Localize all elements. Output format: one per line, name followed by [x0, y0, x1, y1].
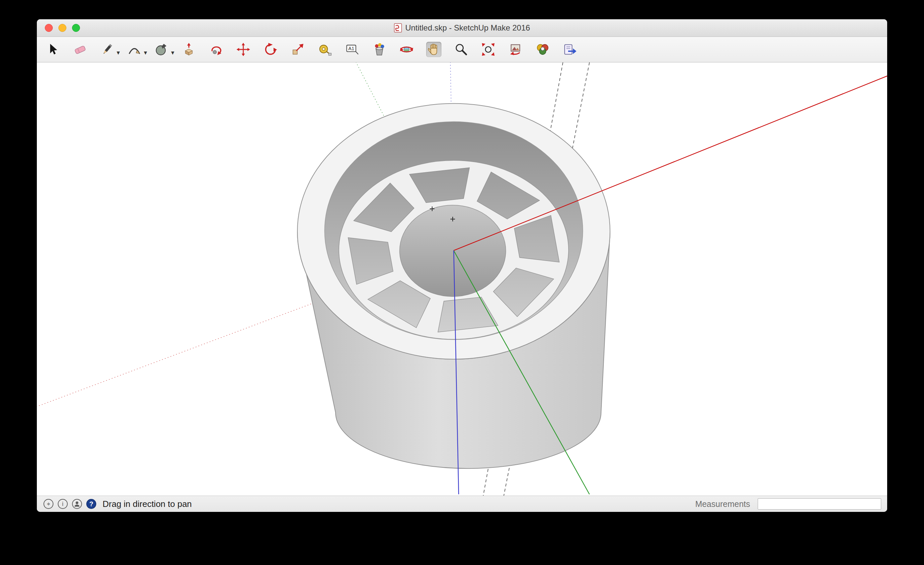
toolbar: ▾ ▾ ▾ [37, 37, 887, 62]
zoom-window-button[interactable] [72, 24, 80, 32]
select-tool-button[interactable] [45, 42, 60, 57]
push-pull-icon [182, 42, 196, 56]
rotate-tool-button[interactable] [263, 42, 278, 57]
shapes-tool-dropdown-caret[interactable]: ▾ [171, 50, 174, 56]
text-tool-button[interactable]: A1 [345, 42, 360, 57]
tape-measure-tool-button[interactable] [317, 42, 333, 57]
rotate-icon [264, 42, 278, 56]
status-message: Drag in direction to pan [102, 499, 192, 509]
zoom-extents-icon [481, 42, 495, 56]
line-tool-button[interactable]: ▾ [100, 42, 115, 57]
select-icon [46, 42, 60, 56]
sign-in-button[interactable] [72, 499, 82, 509]
geolocation-button[interactable]: ⌖ [44, 499, 53, 509]
modeling-canvas[interactable] [37, 62, 887, 496]
move-tool-button[interactable] [236, 42, 251, 57]
get-models-tool-button[interactable] [535, 42, 550, 57]
arc-tool-dropdown-caret[interactable]: ▾ [144, 50, 147, 56]
scale-icon [291, 42, 304, 56]
measurements-input[interactable] [758, 498, 881, 509]
help-button[interactable]: ? [86, 499, 96, 509]
zoom-previous-tool-button[interactable] [508, 42, 523, 57]
credits-button[interactable]: i [58, 499, 68, 509]
document-icon [394, 23, 402, 33]
window-controls [45, 19, 80, 36]
shapes-tool-button[interactable]: ▾ [154, 42, 169, 57]
scale-tool-button[interactable] [290, 42, 305, 57]
line-tool-dropdown-caret[interactable]: ▾ [117, 50, 120, 56]
window-title: Untitled.skp - SketchUp Make 2016 [405, 23, 530, 33]
orbit-icon [400, 42, 414, 56]
cylinder-model [297, 104, 610, 469]
text-icon: A1 [345, 42, 359, 56]
text-tool-label: A1 [348, 46, 354, 51]
eraser-icon [73, 42, 87, 56]
arc-tool-button[interactable]: ▾ [127, 42, 142, 57]
line-icon [100, 42, 114, 56]
window-title-group: Untitled.skp - SketchUp Make 2016 [394, 23, 530, 33]
paint-bucket-icon [372, 42, 386, 56]
eraser-tool-button[interactable] [72, 42, 88, 57]
person-icon [74, 500, 81, 508]
orbit-tool-button[interactable] [399, 42, 414, 57]
title-bar[interactable]: Untitled.skp - SketchUp Make 2016 [37, 19, 887, 37]
pan-icon [427, 42, 441, 56]
shapes-icon [154, 42, 169, 56]
follow-me-icon [209, 42, 223, 56]
push-pull-tool-button[interactable] [181, 42, 196, 57]
zoom-icon [454, 42, 468, 56]
follow-me-tool-button[interactable] [208, 42, 224, 57]
sketchup-window: Untitled.skp - SketchUp Make 2016 [37, 19, 887, 512]
arc-icon [128, 42, 141, 56]
pan-tool-button[interactable] [426, 42, 441, 57]
zoom-tool-button[interactable] [453, 42, 469, 57]
measurements-label: Measurements [695, 499, 750, 509]
tape-measure-icon [318, 42, 332, 56]
share-model-icon [563, 42, 577, 56]
get-models-icon [536, 42, 550, 56]
status-bar: ⌖ i ? Drag in direction to pan Measureme… [37, 496, 887, 512]
model-viewport [37, 62, 887, 496]
paint-bucket-tool-button[interactable] [372, 42, 387, 57]
zoom-extents-tool-button[interactable] [481, 42, 496, 57]
move-icon [236, 42, 250, 56]
close-window-button[interactable] [45, 24, 53, 32]
minimize-window-button[interactable] [58, 24, 66, 32]
zoom-previous-icon [508, 42, 522, 56]
share-model-tool-button[interactable] [562, 42, 578, 57]
